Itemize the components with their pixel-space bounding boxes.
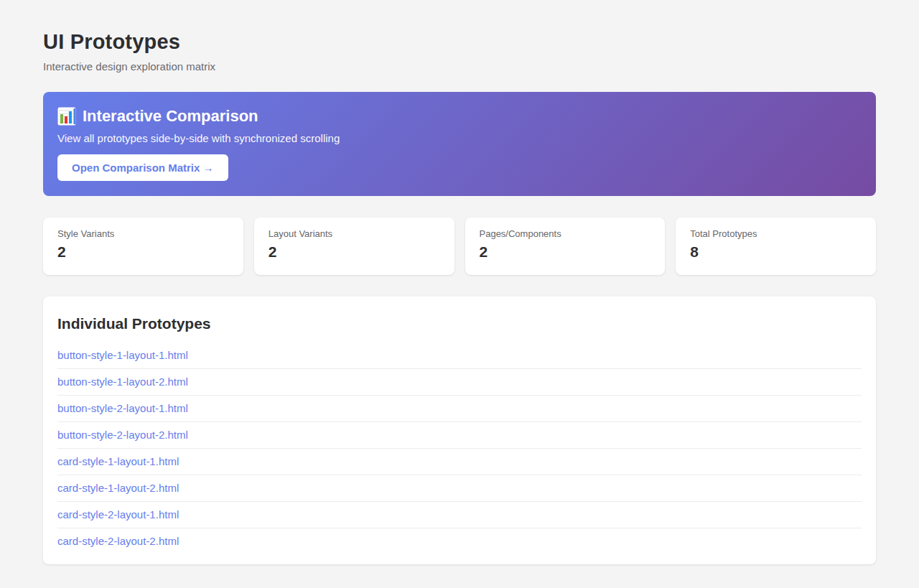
list-item: button-style-2-layout-1.html — [57, 396, 862, 422]
individual-prototypes-heading: Individual Prototypes — [57, 315, 862, 332]
prototype-link[interactable]: button-style-1-layout-2.html — [57, 369, 862, 395]
prototype-link[interactable]: card-style-1-layout-2.html — [57, 475, 862, 501]
prototype-link[interactable]: button-style-1-layout-1.html — [57, 342, 862, 368]
list-item: card-style-1-layout-1.html — [57, 449, 862, 475]
comparison-banner: Interactive Comparison View all prototyp… — [43, 92, 876, 196]
page-subtitle: Interactive design exploration matrix — [43, 60, 876, 73]
stat-label: Layout Variants — [269, 228, 440, 239]
page-title: UI Prototypes — [43, 30, 876, 54]
stats-row: Style Variants 2 Layout Variants 2 Pages… — [43, 218, 876, 275]
stat-value: 8 — [690, 243, 862, 261]
list-item: button-style-2-layout-2.html — [57, 422, 862, 449]
individual-prototypes-card: Individual Prototypes button-style-1-lay… — [43, 297, 876, 564]
list-item: card-style-2-layout-1.html — [57, 502, 862, 528]
list-item: button-style-1-layout-1.html — [57, 342, 862, 369]
stat-value: 2 — [480, 243, 651, 261]
page-header: UI Prototypes Interactive design explora… — [43, 30, 876, 73]
prototype-link[interactable]: button-style-2-layout-1.html — [57, 396, 862, 421]
list-item: card-style-1-layout-2.html — [57, 475, 862, 502]
prototype-link[interactable]: card-style-2-layout-2.html — [57, 528, 862, 554]
banner-title-text: Interactive Comparison — [83, 107, 258, 126]
prototype-link[interactable]: card-style-2-layout-1.html — [57, 502, 862, 528]
stat-value: 2 — [269, 243, 440, 261]
bar-chart-icon — [57, 107, 76, 126]
prototype-link[interactable]: card-style-1-layout-1.html — [57, 449, 862, 475]
list-item: button-style-1-layout-2.html — [57, 369, 862, 396]
banner-description: View all prototypes side-by-side with sy… — [57, 132, 862, 144]
banner-title: Interactive Comparison — [57, 107, 862, 126]
list-item: card-style-2-layout-2.html — [57, 528, 862, 554]
prototype-link[interactable]: button-style-2-layout-2.html — [57, 422, 862, 448]
stat-card-style-variants: Style Variants 2 — [43, 218, 243, 275]
stat-card-total-prototypes: Total Prototypes 8 — [676, 218, 876, 275]
open-comparison-matrix-button[interactable]: Open Comparison Matrix → — [57, 154, 228, 181]
stat-label: Style Variants — [57, 228, 229, 239]
stat-value: 2 — [57, 243, 229, 261]
stat-label: Total Prototypes — [690, 228, 862, 239]
stat-label: Pages/Components — [480, 228, 651, 239]
stat-card-layout-variants: Layout Variants 2 — [254, 218, 454, 275]
stat-card-pages-components: Pages/Components 2 — [465, 218, 666, 275]
prototype-list: button-style-1-layout-1.html button-styl… — [57, 342, 862, 554]
